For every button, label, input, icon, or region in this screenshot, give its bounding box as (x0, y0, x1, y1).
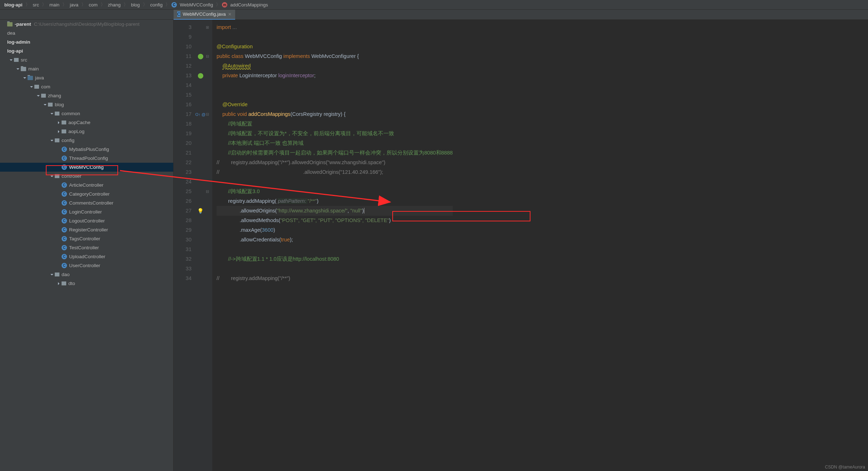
tree-row-dea[interactable]: dea (0, 29, 173, 38)
tree-row-testcontroller[interactable]: CTestController (0, 243, 173, 252)
chevron-icon: 〉 (80, 1, 87, 8)
tree-row-log-api[interactable]: log-api (0, 46, 173, 55)
tree-row-log-admin[interactable]: log-admin (0, 38, 173, 46)
close-icon[interactable]: ✕ (228, 12, 232, 17)
tree-label: CategoryController (69, 191, 110, 197)
project-tree[interactable]: -parentC:\Users\zhangshidi\Desktop\MyBlo… (0, 20, 174, 471)
tree-label: LoginController (69, 209, 102, 215)
tree-row-zhang[interactable]: zhang (0, 91, 173, 100)
class-icon: C (62, 156, 67, 161)
tree-label: LogoutController (69, 218, 105, 224)
chevron-down-icon (49, 273, 55, 276)
tree-row-threadpoolconfig[interactable]: CThreadPoolConfig (0, 154, 173, 163)
tree-row-aopcache[interactable]: aopCache (0, 118, 173, 127)
crumb-config[interactable]: config (149, 2, 164, 8)
tree-label: controller (62, 173, 82, 179)
crumb-blog-api[interactable]: blog-api (3, 2, 24, 8)
icon-gutter: ⬤ ⬤ O↑ @ 💡 (195, 20, 206, 471)
tree-row-usercontroller[interactable]: CUserController (0, 261, 173, 270)
tree-row-aoplog[interactable]: aopLog (0, 127, 173, 136)
tree-row-webmvcconfig[interactable]: CWebMVCConfig (0, 163, 173, 172)
crumb-java[interactable]: java (68, 2, 80, 8)
crumb-method[interactable]: addCorsMappings (229, 2, 270, 8)
tree-row-src[interactable]: src (0, 55, 173, 64)
package-icon (62, 281, 66, 285)
package-icon (62, 129, 66, 133)
tree-row-config[interactable]: config (0, 136, 173, 145)
tree-label: ArticleController (69, 182, 103, 188)
tree-row-logoutcontroller[interactable]: CLogoutController (0, 216, 173, 225)
chevron-down-icon (49, 175, 55, 178)
crumb-class[interactable]: WebMVCConfig (178, 2, 214, 8)
class-icon: C (62, 200, 67, 206)
chevron-down-icon (49, 139, 55, 142)
tree-row-uploadcontroller[interactable]: CUploadController (0, 252, 173, 261)
tree-label: log-admin (7, 39, 30, 45)
tab-label: WebMVCConfig.java (183, 11, 226, 17)
crumb-main[interactable]: main (48, 2, 61, 8)
override-icon[interactable]: O↑ @ (195, 112, 205, 117)
tree-label: zhang (48, 93, 61, 98)
tree-label: aopLog (68, 129, 84, 134)
class-icon: C (62, 191, 67, 197)
tab-webmvcconfig[interactable]: C WebMVCConfig.java ✕ (174, 10, 235, 20)
tree-row-articlecontroller[interactable]: CArticleController (0, 181, 173, 190)
tree-row-blog[interactable]: blog (0, 100, 173, 109)
spring-bean-icon[interactable]: ⬤ (198, 53, 204, 59)
tree-label: RegisterController (69, 227, 108, 232)
class-icon: C (62, 165, 67, 170)
code-area[interactable]: import ... @Configurationpublic class We… (212, 20, 453, 471)
tree-row-main[interactable]: main (0, 64, 173, 73)
chevron-down-icon (22, 77, 28, 79)
fold-gutter: ⊞ ⊟ ⊟ ⊟ (206, 20, 212, 471)
package-icon (62, 121, 66, 124)
tree-row-commentscontroller[interactable]: CCommentsController (0, 198, 173, 207)
crumb-blog[interactable]: blog (130, 2, 141, 8)
tree-row-tagscontroller[interactable]: CTagsController (0, 234, 173, 243)
tree-row-mybatisplusconfig[interactable]: CMybatisPlusConfig (0, 145, 173, 154)
chevron-down-icon (8, 59, 14, 62)
tree-label: dea (7, 30, 15, 36)
spring-bean-icon[interactable]: ⬤ (198, 73, 204, 78)
chevron-icon: 〉 (24, 1, 31, 8)
class-icon: C (62, 227, 67, 232)
chevron-icon: 〉 (61, 1, 68, 8)
tree-row-registercontroller[interactable]: CRegisterController (0, 225, 173, 234)
crumb-zhang[interactable]: zhang (107, 2, 122, 8)
tree-label: -parent (15, 21, 31, 27)
folder-icon (28, 76, 33, 80)
tree-label: main (28, 66, 39, 72)
chevron-down-icon (35, 94, 41, 97)
class-icon: C (62, 218, 67, 224)
tree-row--parent[interactable]: -parentC:\Users\zhangshidi\Desktop\MyBlo… (0, 20, 173, 29)
tree-path: C:\Users\zhangshidi\Desktop\MyBlog\blog-… (34, 21, 140, 27)
chevron-down-icon (29, 85, 34, 88)
tree-row-categorycontroller[interactable]: CCategoryController (0, 190, 173, 198)
chevron-icon: 〉 (122, 1, 130, 8)
tree-row-common[interactable]: common (0, 109, 173, 118)
chevron-icon: 〉 (214, 1, 222, 8)
class-icon: C (62, 245, 67, 250)
intention-bulb-icon[interactable]: 💡 (197, 208, 204, 214)
tree-label: com (41, 84, 50, 89)
class-icon: C (171, 2, 177, 8)
code-editor[interactable]: 3910111213141516171819202122232425262728… (174, 20, 868, 471)
tree-row-com[interactable]: com (0, 82, 173, 91)
tree-label: common (62, 111, 80, 116)
chevron-down-icon (42, 103, 48, 106)
class-icon: C (62, 182, 67, 188)
tree-row-logincontroller[interactable]: CLoginController (0, 207, 173, 216)
crumb-com[interactable]: com (87, 2, 99, 8)
tree-row-java[interactable]: java (0, 73, 173, 82)
tree-row-controller[interactable]: controller (0, 172, 173, 181)
tree-label: dao (62, 272, 70, 277)
tree-label: WebMVCConfig (69, 165, 104, 170)
tree-label: java (35, 75, 44, 80)
tree-row-dto[interactable]: dto (0, 279, 173, 288)
chevron-down-icon (15, 68, 21, 70)
tree-row-dao[interactable]: dao (0, 270, 173, 279)
tree-label: config (62, 138, 74, 143)
class-icon: C (62, 236, 67, 241)
chevron-icon: 〉 (99, 1, 107, 8)
crumb-src[interactable]: src (31, 2, 40, 8)
